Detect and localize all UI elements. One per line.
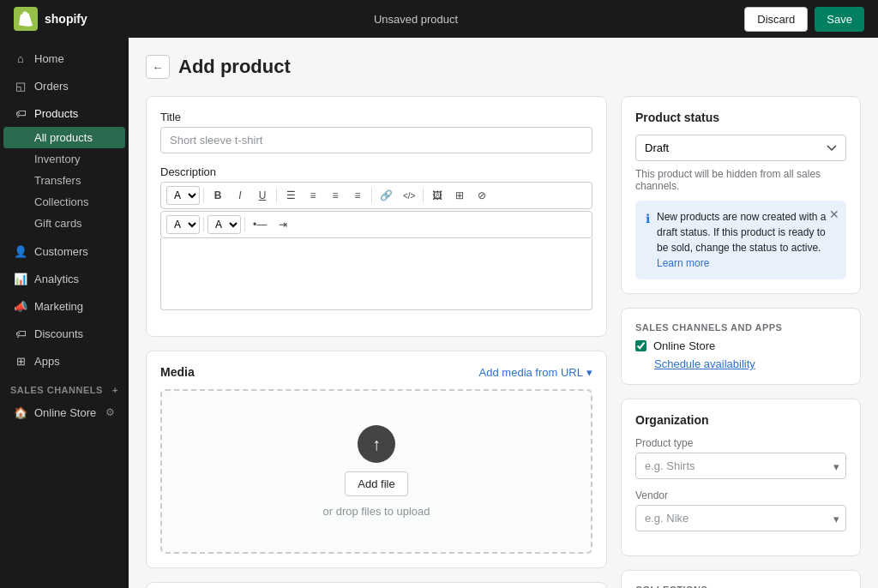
title-group: Title bbox=[160, 111, 592, 153]
sidebar-item-inventory[interactable]: Inventory bbox=[3, 148, 125, 170]
sidebar-label-analytics: Analytics bbox=[34, 273, 79, 285]
status-select[interactable]: Draft Active bbox=[635, 135, 846, 161]
sidebar-item-collections[interactable]: Collections bbox=[3, 191, 125, 213]
sidebar-item-discounts[interactable]: 🏷 Discounts bbox=[3, 320, 125, 347]
description-textarea[interactable] bbox=[161, 238, 592, 307]
add-sales-channel-icon[interactable]: + bbox=[112, 385, 118, 395]
online-store-channel-label[interactable]: Online Store bbox=[653, 339, 715, 352]
dropdown-icon: ▾ bbox=[586, 366, 592, 379]
font-size-select[interactable]: A bbox=[166, 186, 200, 205]
collections-title: COLLECTIONS bbox=[635, 585, 846, 588]
description-editor[interactable] bbox=[160, 238, 592, 310]
customers-icon: 👤 bbox=[14, 244, 27, 258]
online-store-channel-row: Online Store bbox=[635, 339, 846, 352]
color-select[interactable]: A bbox=[207, 215, 241, 234]
status-note: This product will be hidden from all sal… bbox=[635, 168, 846, 192]
toolbar-sep-3 bbox=[371, 188, 372, 203]
sidebar-item-customers[interactable]: 👤 Customers bbox=[3, 237, 125, 265]
bold-btn[interactable]: B bbox=[207, 187, 228, 204]
align-right-btn[interactable]: ≡ bbox=[325, 187, 346, 204]
toolbar-sep-5 bbox=[203, 217, 204, 232]
product-status-card: Product status Draft Active This product… bbox=[621, 96, 861, 294]
underline-btn[interactable]: U bbox=[252, 187, 273, 204]
content-grid: Title Description A B I U bbox=[146, 96, 861, 588]
title-description-card: Title Description A B I U bbox=[146, 96, 607, 337]
page-title: Add product bbox=[178, 56, 291, 78]
learn-more-link[interactable]: Learn more bbox=[657, 257, 709, 269]
product-status-title: Product status bbox=[635, 111, 846, 124]
toolbar-sep-1 bbox=[203, 188, 204, 203]
sidebar-label-home: Home bbox=[34, 52, 64, 65]
discard-button[interactable]: Discard bbox=[744, 7, 808, 32]
logo: shopify bbox=[14, 7, 87, 31]
orders-icon: ◱ bbox=[14, 79, 27, 93]
save-button[interactable]: Save bbox=[815, 7, 864, 32]
bullet-list-btn[interactable]: •— bbox=[249, 216, 271, 233]
products-icon: 🏷 bbox=[14, 106, 27, 120]
toolbar-sep-6 bbox=[244, 217, 245, 232]
schedule-availability-link[interactable]: Schedule availability bbox=[635, 357, 846, 370]
sidebar-label-orders: Orders bbox=[34, 80, 69, 93]
vendor-select-wrap: e.g. Nike ▾ bbox=[635, 505, 846, 531]
left-column: Title Description A B I U bbox=[146, 96, 607, 588]
sidebar-item-products[interactable]: 🏷 Products bbox=[3, 99, 125, 127]
back-icon: ← bbox=[152, 61, 163, 74]
product-type-select[interactable]: e.g. Shirts bbox=[635, 453, 846, 479]
media-header: Media Add media from URL ▾ bbox=[160, 365, 592, 379]
logo-text: shopify bbox=[45, 12, 87, 26]
description-group: Description A B I U ☰ ≡ ≡ bbox=[160, 165, 592, 310]
status-select-wrap: Draft Active bbox=[635, 135, 846, 161]
image-btn[interactable]: 🖼 bbox=[427, 187, 448, 204]
home-icon: ⌂ bbox=[14, 51, 27, 65]
page-header: ← Add product bbox=[146, 55, 861, 79]
code-btn[interactable]: </> bbox=[399, 189, 419, 203]
sidebar-item-transfers[interactable]: Transfers bbox=[3, 170, 125, 191]
table-btn[interactable]: ⊞ bbox=[449, 187, 470, 204]
product-type-field: Product type e.g. Shirts ▾ bbox=[635, 437, 846, 479]
online-store-checkbox[interactable] bbox=[635, 340, 646, 351]
back-button[interactable]: ← bbox=[146, 55, 170, 79]
info-icon: ℹ bbox=[646, 210, 650, 271]
add-file-button[interactable]: Add file bbox=[345, 471, 407, 496]
media-dropzone[interactable]: ↑ Add file or drop files to upload bbox=[160, 389, 592, 554]
italic-btn[interactable]: I bbox=[230, 187, 250, 204]
main-content: ← Add product Title Description bbox=[129, 38, 878, 588]
info-banner: ℹ New products are now created with a dr… bbox=[635, 201, 846, 279]
title-label: Title bbox=[160, 111, 592, 123]
products-sub-menu: All products Inventory Transfers Collect… bbox=[0, 127, 129, 237]
sidebar-item-analytics[interactable]: 📊 Analytics bbox=[3, 265, 125, 292]
align-left-btn[interactable]: ☰ bbox=[280, 187, 301, 204]
sidebar-item-gift-cards[interactable]: Gift cards bbox=[3, 213, 125, 234]
online-store-icon: 🏠 bbox=[14, 405, 27, 419]
link-btn[interactable]: 🔗 bbox=[376, 187, 397, 204]
sidebar-label-customers: Customers bbox=[34, 245, 88, 258]
online-store-settings-icon[interactable]: ⚙ bbox=[105, 406, 115, 418]
vendor-select[interactable]: e.g. Nike bbox=[635, 505, 846, 531]
indent-btn[interactable]: ⇥ bbox=[273, 216, 293, 233]
organization-card: Organization Product type e.g. Shirts ▾ … bbox=[621, 399, 861, 556]
sidebar-label-products: Products bbox=[34, 107, 78, 120]
sidebar-item-home[interactable]: ⌂ Home bbox=[3, 45, 125, 72]
sidebar-item-online-store[interactable]: 🏠 Online Store ⚙ bbox=[3, 399, 125, 426]
sidebar-item-all-products[interactable]: All products bbox=[3, 127, 125, 148]
marketing-icon: 📣 bbox=[14, 299, 27, 313]
sidebar: ⌂ Home ◱ Orders 🏷 Products All products … bbox=[0, 38, 129, 588]
info-banner-close-btn[interactable]: ✕ bbox=[829, 207, 839, 221]
organization-title: Organization bbox=[635, 413, 846, 427]
sidebar-item-orders[interactable]: ◱ Orders bbox=[3, 72, 125, 99]
sidebar-item-apps[interactable]: ⊞ Apps bbox=[3, 347, 125, 375]
vendor-label: Vendor bbox=[635, 489, 846, 501]
align-center-btn[interactable]: ≡ bbox=[303, 187, 323, 204]
info-banner-text: New products are now created with a draf… bbox=[657, 209, 836, 271]
title-input[interactable] bbox=[160, 127, 592, 153]
clear-btn[interactable]: ⊘ bbox=[472, 187, 492, 204]
pricing-card: Pricing Price $ Compare at price bbox=[146, 582, 607, 588]
topbar: shopify Unsaved product Discard Save bbox=[0, 0, 878, 38]
right-column: Product status Draft Active This product… bbox=[621, 96, 861, 588]
upload-icon: ↑ bbox=[358, 425, 395, 463]
justify-btn[interactable]: ≡ bbox=[347, 187, 368, 204]
sidebar-item-marketing[interactable]: 📣 Marketing bbox=[3, 292, 125, 320]
analytics-icon: 📊 bbox=[14, 272, 27, 285]
text-style-select[interactable]: A bbox=[166, 215, 200, 234]
add-media-url-link[interactable]: Add media from URL ▾ bbox=[479, 366, 592, 379]
